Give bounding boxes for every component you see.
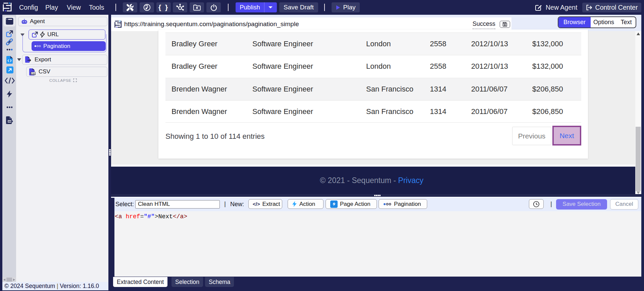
svg-text:CSV: CSV xyxy=(32,72,36,74)
